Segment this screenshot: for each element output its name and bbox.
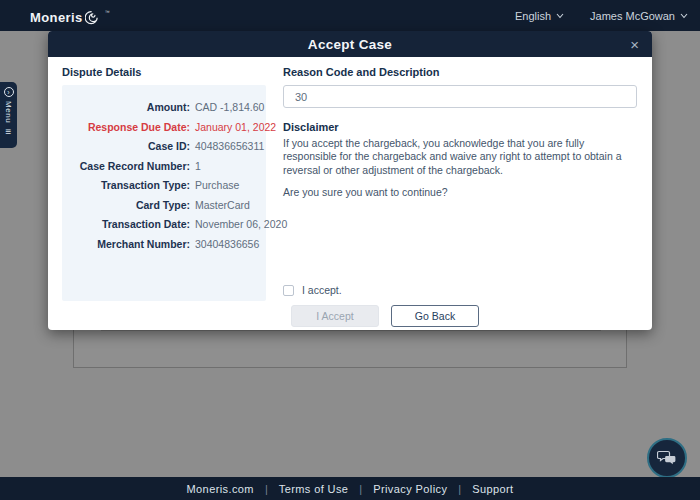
- dispute-row-value: January 01, 2022: [190, 118, 276, 138]
- dispute-row-response-due-date: Response Due Date: January 01, 2022: [62, 118, 258, 138]
- footer-link-privacy-policy[interactable]: Privacy Policy: [373, 483, 447, 495]
- dispute-details-panel: Amount: CAD -1,814.60 Response Due Date:…: [62, 85, 266, 301]
- chat-bubbles-icon: [657, 450, 677, 466]
- user-name-label: James McGowan: [590, 10, 675, 22]
- accept-checkbox[interactable]: [283, 285, 294, 296]
- hamburger-icon: ≡: [6, 127, 12, 137]
- dispute-details-section: Dispute Details Amount: CAD -1,814.60 Re…: [62, 66, 266, 301]
- modal-body: Dispute Details Amount: CAD -1,814.60 Re…: [48, 57, 652, 330]
- expand-menu-icon: ›: [4, 87, 14, 97]
- dispute-row-label: Transaction Date:: [62, 215, 190, 235]
- language-dropdown[interactable]: English: [515, 10, 564, 22]
- moneris-spiral-icon: [85, 7, 103, 25]
- disclaimer-heading: Disclaimer: [283, 121, 637, 133]
- trademark-symbol: ™: [105, 9, 110, 15]
- dispute-row-value: CAD -1,814.60: [190, 98, 264, 118]
- dispute-row-value: 1: [190, 157, 201, 177]
- moneris-logo: Moneris ™: [30, 7, 110, 25]
- chevron-down-icon: [680, 13, 688, 19]
- dispute-row-value: 404836656311: [190, 137, 264, 157]
- footer-link-support[interactable]: Support: [472, 483, 513, 495]
- dispute-row-value: MasterCard: [190, 196, 250, 216]
- footer-link-terms-of-use[interactable]: Terms of Use: [279, 483, 349, 495]
- dispute-row-label: Amount:: [62, 98, 190, 118]
- dispute-row-case-record-number: Case Record Number: 1: [62, 157, 258, 177]
- dispute-row-merchant-number: Merchant Number: 30404836656: [62, 235, 258, 255]
- dispute-row-label: Case ID:: [62, 137, 190, 157]
- modal-header: Accept Case ×: [48, 31, 652, 57]
- reason-code-input[interactable]: [283, 85, 637, 108]
- disclaimer-question: Are you sure you want to continue?: [283, 186, 637, 198]
- footer-link-moneris-com[interactable]: Moneris.com: [187, 483, 254, 495]
- dispute-row-label: Card Type:: [62, 196, 190, 216]
- disclaimer-body: If you accept the chargeback, you acknow…: [283, 137, 637, 177]
- sidebar-menu-tab[interactable]: › Menu ≡: [0, 82, 17, 148]
- language-label: English: [515, 10, 551, 22]
- accept-case-modal: Accept Case × Dispute Details Amount: CA…: [48, 31, 652, 330]
- i-accept-button[interactable]: I Accept: [291, 305, 379, 327]
- menu-tab-label: Menu: [4, 101, 13, 123]
- footer-separator: |: [359, 483, 362, 495]
- live-chat-button[interactable]: [647, 438, 687, 478]
- dispute-row-case-id: Case ID: 404836656311: [62, 137, 258, 157]
- dispute-row-label: Response Due Date:: [62, 118, 190, 138]
- close-icon[interactable]: ×: [630, 37, 639, 52]
- accept-form-section: Reason Code and Description Disclaimer I…: [283, 66, 637, 327]
- dispute-row-transaction-date: Transaction Date: November 06, 2020: [62, 215, 258, 235]
- footer-separator: |: [458, 483, 461, 495]
- dispute-row-value: November 06, 2020: [190, 215, 287, 235]
- dispute-details-heading: Dispute Details: [62, 66, 266, 78]
- accept-checkbox-row: I accept.: [283, 284, 637, 296]
- footer-separator: |: [265, 483, 268, 495]
- brand-name: Moneris: [30, 10, 83, 25]
- go-back-button[interactable]: Go Back: [391, 305, 479, 327]
- modal-title: Accept Case: [308, 37, 392, 52]
- dispute-row-label: Case Record Number:: [62, 157, 190, 177]
- accept-checkbox-label[interactable]: I accept.: [302, 284, 342, 296]
- dispute-row-label: Transaction Type:: [62, 176, 190, 196]
- dispute-row-amount: Amount: CAD -1,814.60: [62, 98, 258, 118]
- footer: Moneris.com | Terms of Use | Privacy Pol…: [0, 477, 700, 500]
- dispute-row-label: Merchant Number:: [62, 235, 190, 255]
- top-bar: Moneris ™ English James McGowan: [0, 0, 700, 31]
- dispute-row-value: Purchase: [190, 176, 239, 196]
- reason-code-heading: Reason Code and Description: [283, 66, 637, 78]
- chevron-down-icon: [556, 13, 564, 19]
- user-menu-dropdown[interactable]: James McGowan: [590, 10, 688, 22]
- dispute-row-transaction-type: Transaction Type: Purchase: [62, 176, 258, 196]
- dispute-row-card-type: Card Type: MasterCard: [62, 196, 258, 216]
- modal-actions: I Accept Go Back: [283, 305, 637, 327]
- dispute-row-value: 30404836656: [190, 235, 259, 255]
